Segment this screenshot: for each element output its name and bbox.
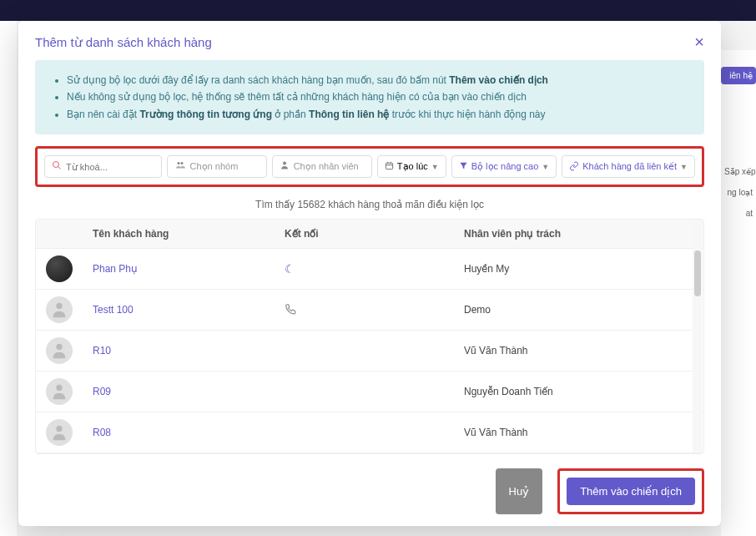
created-at-label: Tạo lúc xyxy=(397,161,428,172)
staff-name: Vũ Văn Thành xyxy=(454,331,703,372)
staff-name: Demo xyxy=(454,290,703,331)
advanced-filter-label: Bộ lọc nâng cao xyxy=(471,161,539,172)
close-button[interactable]: × xyxy=(694,33,704,52)
avatar xyxy=(46,255,73,282)
contact-button[interactable]: iên hệ xyxy=(721,67,756,84)
group-placeholder: Chọn nhóm xyxy=(190,161,260,172)
page-left-edge xyxy=(0,21,17,536)
customer-name-link[interactable]: Testt 100 xyxy=(93,304,134,316)
customer-name-link[interactable]: R10 xyxy=(93,345,111,356)
modal-title: Thêm từ danh sách khách hàng xyxy=(35,35,212,50)
calendar-icon xyxy=(385,161,394,172)
linked-filter-label: Khách hàng đã liên kết xyxy=(582,161,677,172)
bulk-label: ng loạt xyxy=(721,185,756,200)
keyword-input[interactable] xyxy=(66,162,154,172)
svg-point-11 xyxy=(56,385,62,391)
svg-point-0 xyxy=(53,162,59,168)
user-icon xyxy=(280,160,290,173)
avatar xyxy=(46,296,73,323)
staff-select[interactable]: Chọn nhân viên xyxy=(272,155,372,178)
chevron-down-icon: ▼ xyxy=(680,163,688,171)
avatar xyxy=(46,378,73,405)
svg-point-3 xyxy=(180,162,183,164)
info-line-3: Bạn nên cài đặt Trường thông tin tương ứ… xyxy=(67,106,689,123)
chevron-down-icon: ▼ xyxy=(431,163,439,171)
linked-customers-filter[interactable]: Khách hàng đã liên kết ▼ xyxy=(562,155,695,178)
group-icon xyxy=(174,160,186,173)
table-row[interactable]: Phan Phụ☾Huyền My xyxy=(36,249,703,290)
advanced-filter[interactable]: Bộ lọc nâng cao ▼ xyxy=(451,155,557,178)
link-icon xyxy=(569,161,579,173)
avatar xyxy=(46,337,73,364)
other-label: at xyxy=(721,206,756,220)
chevron-down-icon: ▼ xyxy=(542,163,549,171)
scrollbar-thumb[interactable] xyxy=(694,250,701,296)
submit-highlight: Thêm vào chiến dịch xyxy=(557,468,704,514)
group-select[interactable]: Chọn nhóm xyxy=(167,155,267,178)
info-line-1: Sử dụng bộ lọc dưới đây để lấy ra danh s… xyxy=(67,72,689,88)
sort-label: Sắp xếp: xyxy=(721,164,756,179)
col-staff: Nhân viên phụ trách xyxy=(454,220,703,249)
customers-table: Tên khách hàng Kết nối Nhân viên phụ trá… xyxy=(36,220,703,453)
svg-point-10 xyxy=(56,344,62,350)
col-avatar xyxy=(36,220,83,249)
filter-icon xyxy=(459,161,468,172)
search-icon xyxy=(52,160,62,173)
keyword-search[interactable] xyxy=(44,155,162,178)
staff-name: Nguyễn Doanh Tiến xyxy=(454,372,703,412)
table-row[interactable]: Testt 100Demo xyxy=(36,290,703,331)
cancel-button[interactable]: Huỷ xyxy=(496,468,543,514)
avatar xyxy=(46,419,73,446)
customer-name-link[interactable]: R08 xyxy=(93,427,111,438)
table-row[interactable]: R08Vũ Văn Thành xyxy=(36,412,703,453)
info-banner: Sử dụng bộ lọc dưới đây để lấy ra danh s… xyxy=(35,60,704,134)
col-name: Tên khách hàng xyxy=(83,220,275,249)
modal-body: Sử dụng bộ lọc dưới đây để lấy ra danh s… xyxy=(18,60,721,457)
info-line-2: Nếu không sử dụng bộ lọc, hệ thống sẽ th… xyxy=(67,88,689,105)
add-customers-modal: Thêm từ danh sách khách hàng × Sử dụng b… xyxy=(18,21,721,526)
customer-name-link[interactable]: R09 xyxy=(93,386,111,397)
svg-point-12 xyxy=(56,426,62,432)
customers-table-wrap: Tên khách hàng Kết nối Nhân viên phụ trá… xyxy=(35,219,704,454)
svg-line-1 xyxy=(58,167,61,169)
col-connect: Kết nối xyxy=(275,220,454,249)
svg-point-9 xyxy=(56,303,62,309)
created-at-filter[interactable]: Tạo lúc ▼ xyxy=(377,155,446,178)
app-header xyxy=(0,0,756,21)
table-row[interactable]: R09Nguyễn Doanh Tiến xyxy=(36,372,703,412)
staff-name: Huyền My xyxy=(454,249,703,290)
table-row[interactable]: R10Vũ Văn Thành xyxy=(36,331,703,372)
staff-name: Vũ Văn Thành xyxy=(454,412,703,453)
svg-rect-5 xyxy=(386,163,392,169)
page-right-edge: iên hệ Sắp xếp: ng loạt at xyxy=(721,50,756,536)
modal-footer: Huỷ Thêm vào chiến dịch xyxy=(18,457,721,526)
table-scrollbar[interactable] xyxy=(693,220,703,453)
result-count: Tìm thấy 15682 khách hàng thoả mãn điều … xyxy=(35,199,704,210)
customer-name-link[interactable]: Phan Phụ xyxy=(93,263,138,275)
svg-point-4 xyxy=(283,162,286,165)
submit-button[interactable]: Thêm vào chiến dịch xyxy=(567,478,695,505)
staff-placeholder: Chọn nhân viên xyxy=(294,161,365,172)
svg-point-2 xyxy=(177,162,179,164)
moon-icon: ☾ xyxy=(285,262,295,276)
filter-bar: Chọn nhóm Chọn nhân viên Tạo lúc ▼ Bộ l xyxy=(35,146,704,187)
phone-icon xyxy=(285,304,296,317)
modal-header: Thêm từ danh sách khách hàng × xyxy=(18,21,721,60)
